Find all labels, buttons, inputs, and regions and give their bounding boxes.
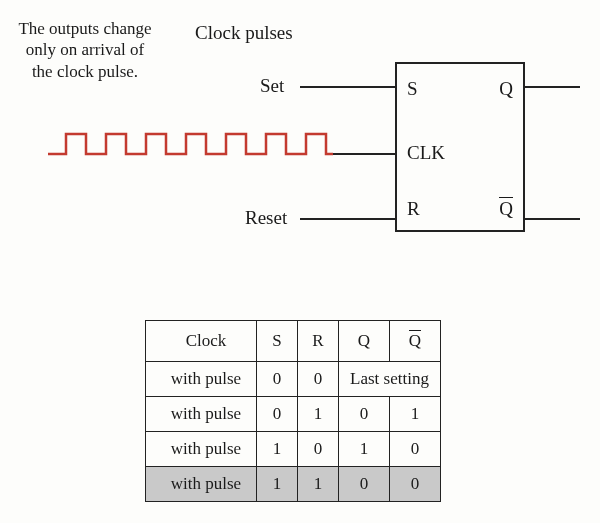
wire-set	[300, 86, 395, 88]
table-row: with pulse 0 1 0 1	[146, 397, 441, 432]
cell-s: 1	[257, 467, 298, 502]
cell-qbar: 0	[390, 432, 441, 467]
table-row: with pulse 1 0 1 0	[146, 432, 441, 467]
sr-flipflop-symbol: S Q CLK R Q	[395, 62, 525, 232]
table-row: with pulse 0 0 Last setting	[146, 362, 441, 397]
set-input-label: Set	[260, 75, 284, 97]
reset-input-label: Reset	[245, 207, 287, 229]
cell-clock: with pulse	[146, 362, 257, 397]
ff-pin-r: R	[407, 198, 420, 220]
clock-pulses-title: Clock pulses	[195, 22, 293, 44]
th-q: Q	[339, 321, 390, 362]
cell-clock: with pulse	[146, 467, 257, 502]
wire-reset	[300, 218, 395, 220]
cell-r: 0	[298, 432, 339, 467]
explanatory-caption: The outputs change only on arrival of th…	[15, 18, 155, 82]
cell-last-setting: Last setting	[339, 362, 441, 397]
cell-s: 1	[257, 432, 298, 467]
cell-r: 1	[298, 397, 339, 432]
th-s: S	[257, 321, 298, 362]
wire-clk	[330, 153, 395, 155]
th-r: R	[298, 321, 339, 362]
ff-pin-q: Q	[499, 78, 513, 100]
cell-qbar: 0	[390, 467, 441, 502]
wire-qbar	[525, 218, 580, 220]
cell-qbar: 1	[390, 397, 441, 432]
cell-r: 0	[298, 362, 339, 397]
cell-s: 0	[257, 397, 298, 432]
cell-clock: with pulse	[146, 397, 257, 432]
cell-q: 1	[339, 432, 390, 467]
cell-clock: with pulse	[146, 432, 257, 467]
truth-table: Clock S R Q Q with pulse 0 0 Last settin…	[145, 320, 441, 502]
th-clock: Clock	[146, 321, 257, 362]
table-header-row: Clock S R Q Q	[146, 321, 441, 362]
cell-q: 0	[339, 467, 390, 502]
ff-pin-qbar: Q	[499, 198, 513, 220]
cell-q: 0	[339, 397, 390, 432]
clock-pulse-train-icon	[48, 130, 338, 160]
ff-pin-clk: CLK	[407, 142, 445, 164]
th-qbar: Q	[390, 321, 441, 362]
cell-s: 0	[257, 362, 298, 397]
ff-pin-s: S	[407, 78, 418, 100]
table-row-invalid: with pulse 1 1 0 0	[146, 467, 441, 502]
cell-r: 1	[298, 467, 339, 502]
wire-q	[525, 86, 580, 88]
